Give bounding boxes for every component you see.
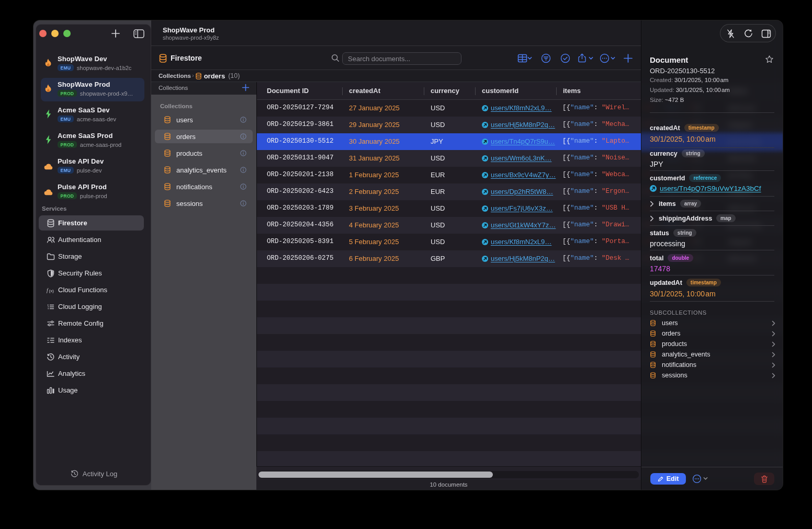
svg-text:(x): (x) bbox=[49, 288, 54, 293]
svg-text:f: f bbox=[47, 288, 49, 293]
